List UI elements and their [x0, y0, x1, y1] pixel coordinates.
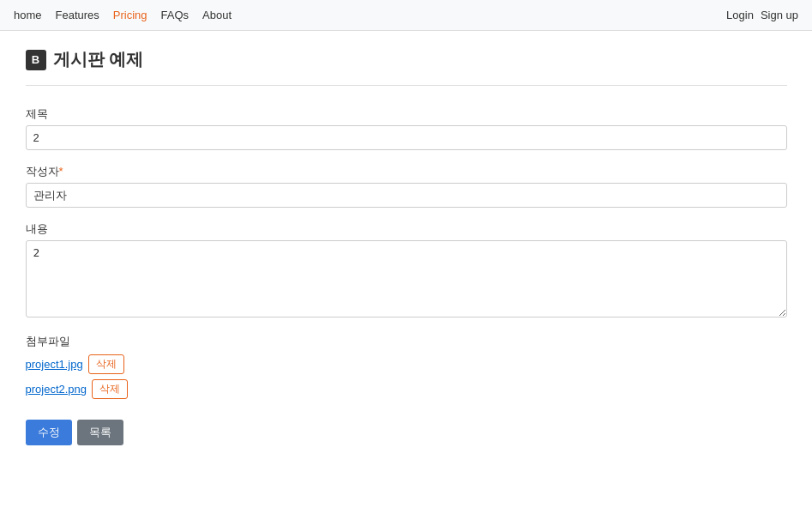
delete-attachment-1-button[interactable]: 삭제	[92, 379, 128, 399]
title-divider	[26, 85, 787, 86]
nav-features[interactable]: Features	[56, 9, 99, 21]
navbar: home Features Pricing FAQs About Login S…	[0, 0, 812, 31]
attachments-label: 첨부파일	[26, 334, 787, 349]
edit-button[interactable]: 수정	[26, 420, 72, 445]
author-section: 작성자*	[26, 164, 787, 208]
attachment-item-0: project1.jpg 삭제	[26, 354, 787, 374]
title-input[interactable]	[26, 125, 787, 150]
attachment-link-0[interactable]: project1.jpg	[26, 358, 83, 371]
title-section: 제목	[26, 106, 787, 150]
author-required: *	[59, 165, 63, 178]
author-label: 작성자*	[26, 164, 787, 179]
main-content: B 게시판 예제 제목 작성자* 내용 2 첨부파일 project1.jpg …	[12, 31, 801, 480]
content-label: 내용	[26, 221, 787, 237]
nav-pricing[interactable]: Pricing	[113, 9, 147, 21]
author-input[interactable]	[26, 183, 787, 208]
nav-home[interactable]: home	[14, 9, 42, 21]
nav-about[interactable]: About	[202, 9, 232, 21]
nav-faqs[interactable]: FAQs	[161, 9, 189, 21]
nav-signup[interactable]: Sign up	[761, 9, 798, 21]
brand-icon: B	[26, 50, 46, 70]
title-label: 제목	[26, 106, 787, 122]
attachment-item-1: project2.png 삭제	[26, 379, 787, 399]
attachments-section: 첨부파일 project1.jpg 삭제 project2.png 삭제	[26, 334, 787, 399]
attachment-link-1[interactable]: project2.png	[26, 383, 87, 396]
page-title: 게시판 예제	[53, 48, 144, 71]
list-button[interactable]: 목록	[77, 420, 123, 445]
content-textarea[interactable]: 2	[26, 240, 787, 318]
delete-attachment-0-button[interactable]: 삭제	[88, 354, 124, 374]
page-title-row: B 게시판 예제	[26, 48, 787, 71]
nav-login[interactable]: Login	[726, 9, 754, 21]
content-section: 내용 2	[26, 221, 787, 320]
nav-left: home Features Pricing FAQs About	[14, 9, 232, 21]
action-row: 수정 목록	[26, 420, 787, 445]
nav-right: Login Sign up	[726, 9, 798, 21]
